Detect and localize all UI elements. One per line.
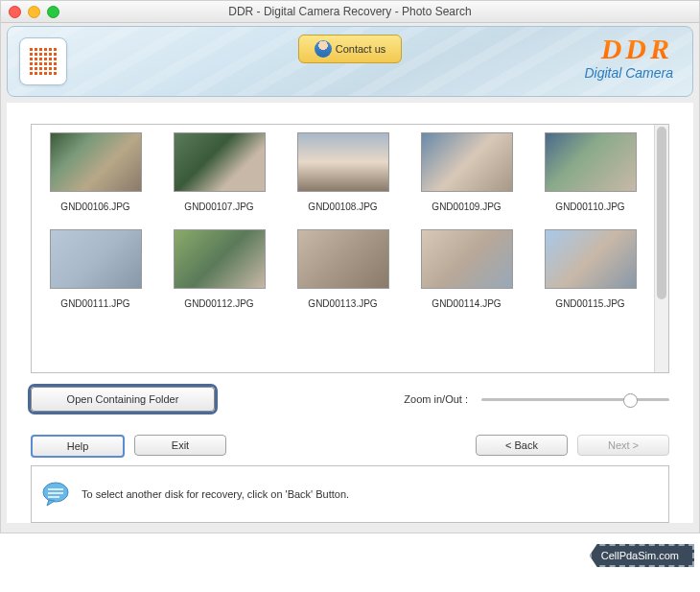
thumbnail-item[interactable]: GND00106.JPG (34, 132, 157, 229)
photo-thumbnail[interactable] (174, 132, 266, 192)
thumbnail-item[interactable]: GND00115.JPG (528, 229, 652, 326)
thumbnail-filename: GND00114.JPG (432, 298, 501, 309)
minimize-icon[interactable] (28, 6, 40, 18)
contact-label: Contact us (336, 43, 386, 55)
thumbnail-filename: GND00110.JPG (555, 201, 624, 212)
zoom-slider[interactable] (481, 391, 669, 407)
photo-thumbnail[interactable] (297, 229, 389, 289)
thumbnail-item[interactable]: GND00107.JPG (157, 132, 281, 229)
thumbnail-filename: GND00111.JPG (60, 298, 129, 309)
contact-us-button[interactable]: Contact us (298, 35, 402, 63)
watermark-badge: CellPdaSim.com (590, 544, 694, 567)
brand-logo: DDR (584, 35, 673, 63)
hint-panel: To select another disk for recovery, cli… (31, 465, 669, 523)
zoom-label: Zoom in/Out : (404, 393, 468, 405)
app-logo-button[interactable] (19, 37, 67, 85)
thumbnail-filename: GND00109.JPG (432, 201, 501, 212)
thumbnail-item[interactable]: GND00109.JPG (405, 132, 528, 229)
photo-thumbnail[interactable] (421, 229, 513, 289)
thumbnail-item[interactable]: GND00111.JPG (34, 229, 157, 326)
window-title: DDR - Digital Camera Recovery - Photo Se… (1, 5, 699, 18)
thumbnail-item[interactable]: GND00114.JPG (405, 229, 528, 326)
photo-thumbnail[interactable] (50, 229, 142, 289)
thumbnail-gallery: GND00106.JPGGND00107.JPGGND00108.JPGGND0… (31, 124, 669, 373)
person-icon (315, 40, 332, 58)
thumbnail-filename: GND00112.JPG (184, 298, 253, 309)
speech-bubble-icon (41, 480, 70, 509)
scrollbar-thumb[interactable] (657, 127, 666, 299)
slider-handle[interactable] (623, 393, 638, 408)
photo-thumbnail[interactable] (297, 132, 389, 192)
thumbnail-item[interactable]: GND00110.JPG (528, 132, 652, 229)
exit-button[interactable]: Exit (134, 435, 226, 456)
thumbnail-filename: GND00107.JPG (184, 201, 253, 212)
hint-text: To select another disk for recovery, cli… (82, 488, 349, 500)
photo-thumbnail[interactable] (545, 229, 637, 289)
svg-point-0 (43, 483, 68, 502)
thumbnail-item[interactable]: GND00108.JPG (281, 132, 405, 229)
brand-subtitle: Digital Camera (584, 65, 673, 81)
thumbnail-filename: GND00108.JPG (308, 201, 377, 212)
back-button[interactable]: < Back (476, 435, 568, 456)
photo-thumbnail[interactable] (50, 132, 142, 192)
next-button: Next > (577, 435, 669, 456)
open-containing-folder-button[interactable]: Open Containing Folder (31, 387, 215, 412)
thumbnail-item[interactable]: GND00112.JPG (157, 229, 281, 326)
zoom-icon[interactable] (47, 6, 59, 18)
thumbnail-item[interactable]: GND00113.JPG (281, 229, 405, 326)
scrollbar[interactable] (654, 125, 668, 372)
titlebar: DDR - Digital Camera Recovery - Photo Se… (1, 1, 699, 23)
photo-thumbnail[interactable] (545, 132, 637, 192)
thumbnail-filename: GND00106.JPG (60, 201, 129, 212)
grid-icon (29, 47, 58, 76)
photo-thumbnail[interactable] (421, 132, 513, 192)
help-button[interactable]: Help (31, 435, 125, 458)
thumbnail-filename: GND00113.JPG (308, 298, 377, 309)
close-icon[interactable] (9, 6, 21, 18)
header-banner: Contact us DDR Digital Camera (7, 26, 693, 97)
photo-thumbnail[interactable] (174, 229, 266, 289)
thumbnail-filename: GND00115.JPG (555, 298, 624, 309)
